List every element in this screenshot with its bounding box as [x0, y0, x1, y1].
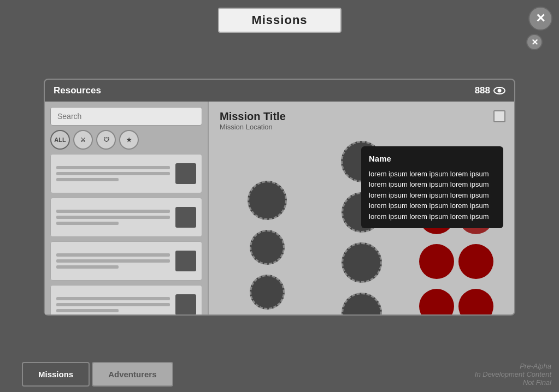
mission-title: Mission Title: [220, 110, 503, 123]
dark-circle: [342, 293, 382, 314]
content-area: Mission Title Mission Location: [209, 102, 514, 314]
mission-list-item[interactable]: [50, 285, 202, 314]
dark-circle: [250, 275, 285, 310]
watermark-line3: Not Final: [475, 378, 551, 387]
mission-line: [56, 216, 170, 219]
mission-line: [56, 178, 119, 181]
mission-thumbnail: [175, 163, 196, 184]
close-outer-button[interactable]: ✕: [528, 7, 552, 31]
mission-checkbox[interactable]: [493, 110, 505, 122]
dark-circle: [342, 242, 382, 283]
mission-line: [56, 166, 170, 169]
resources-bar: Resources 888: [45, 80, 514, 102]
red-circles-pair: [419, 244, 493, 279]
mission-line: [56, 309, 119, 312]
watermark-line2: In Development Content: [475, 370, 551, 378]
resources-label: Resources: [54, 85, 101, 96]
filter-shield-button[interactable]: 🛡: [96, 130, 116, 150]
mission-line: [56, 172, 170, 175]
mission-line: [56, 210, 170, 213]
filter-sword-button[interactable]: ⚔: [73, 130, 93, 150]
red-circle[interactable]: [419, 289, 454, 314]
red-circle[interactable]: [419, 244, 454, 279]
mission-thumbnail: [175, 294, 196, 314]
watermark-line1: Pre-Alpha: [475, 362, 551, 370]
mission-location: Mission Location: [220, 123, 503, 131]
left-circles-col: [220, 164, 314, 310]
circles-area: Name lorem ipsum lorem ipsum lorem ipsum…: [220, 135, 503, 314]
resources-value: 888: [475, 85, 505, 96]
mission-item-lines: [56, 253, 170, 269]
modal-title: Missions: [217, 8, 341, 33]
search-input[interactable]: [50, 107, 202, 126]
mission-line: [56, 297, 170, 300]
mission-line: [56, 265, 119, 269]
red-circle[interactable]: [458, 289, 493, 314]
mission-line: [56, 222, 119, 225]
modal-body: ALL ⚔ 🛡 ★: [45, 102, 514, 314]
mission-header: Mission Title Mission Location: [220, 110, 503, 131]
filter-buttons: ALL ⚔ 🛡 ★: [50, 130, 202, 150]
resources-number: 888: [475, 85, 490, 96]
modal: Resources 888 ALL ⚔ 🛡 ★: [44, 79, 515, 316]
tooltip: Name lorem ipsum lorem ipsum lorem ipsum…: [361, 146, 503, 228]
watermark: Pre-Alpha In Development Content Not Fin…: [475, 362, 551, 387]
red-circles-pair: [419, 289, 493, 314]
filter-star-button[interactable]: ★: [119, 130, 139, 150]
mission-thumbnail: [175, 251, 196, 271]
modal-wrapper: ✕ Resources 888 ALL ⚔ 🛡 ★: [22, 39, 537, 354]
mission-item-lines: [56, 210, 170, 225]
bottom-tabs: Missions Adventurers: [22, 362, 173, 387]
mission-item-lines: [56, 166, 170, 181]
dark-circle: [250, 230, 285, 265]
filter-all-button[interactable]: ALL: [50, 130, 70, 150]
mission-line: [56, 253, 170, 257]
mission-list-item[interactable]: [50, 154, 202, 193]
mission-item-lines: [56, 297, 170, 312]
mission-line: [56, 259, 170, 263]
red-circle[interactable]: [458, 244, 493, 279]
close-inner-button[interactable]: ✕: [526, 34, 543, 50]
sidebar: ALL ⚔ 🛡 ★: [45, 102, 209, 314]
mission-thumbnail: [175, 207, 196, 228]
tab-adventurers[interactable]: Adventurers: [92, 362, 173, 387]
eye-icon: [493, 87, 505, 94]
tooltip-title: Name: [369, 153, 496, 165]
tab-missions[interactable]: Missions: [22, 362, 90, 387]
mission-line: [56, 303, 170, 306]
dark-circle: [248, 181, 287, 220]
mission-list-item[interactable]: [50, 198, 202, 237]
tooltip-body: lorem ipsum lorem ipsum lorem ipsum lore…: [369, 169, 496, 222]
mission-list-item[interactable]: [50, 241, 202, 281]
